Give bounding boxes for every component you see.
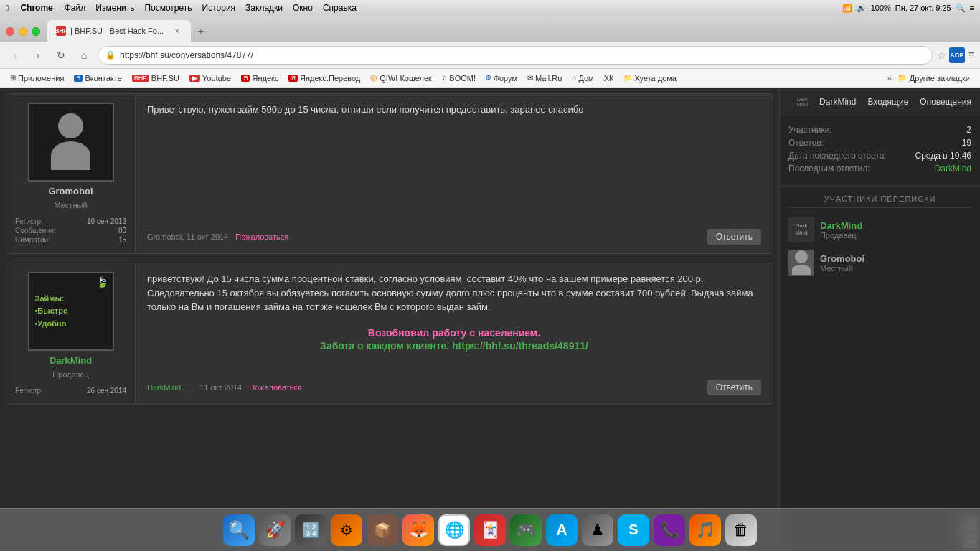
sidebar-nav-inbox[interactable]: Входящие (867, 97, 908, 107)
bookmark-apps[interactable]: ⊞ Приложения (6, 72, 68, 84)
post-2-report-link[interactable]: Пожаловаться (249, 383, 302, 392)
close-window-button[interactable] (6, 27, 14, 36)
toolbar-right: ☆ ABP ≡ (937, 47, 974, 63)
post-2-stats: Регистр: 26 сен 2014 (15, 386, 126, 395)
post-2-author[interactable]: DarkMind (147, 383, 181, 392)
dock-finder[interactable]: 🔍 (223, 514, 255, 546)
bookmark-star-icon[interactable]: ☆ (937, 50, 946, 61)
vk-icon: В (74, 75, 83, 82)
bookmark-hueta[interactable]: 📁 Хуета дома (619, 72, 681, 84)
mail-icon: ✉ (527, 74, 533, 82)
bookmark-qiwi[interactable]: ◎ QIWI Кошелек (366, 72, 436, 84)
adblock-extension[interactable]: ABP (949, 47, 965, 63)
mac-status-bar: 📶 🔊 100% Пн, 27 окт. 9:25 🔍 ≡ (842, 4, 974, 13)
bookmark-mailru[interactable]: ✉ Mail.Ru (523, 72, 566, 84)
post-2-username[interactable]: DarkMind (50, 355, 92, 366)
chrome-menu-button[interactable]: ≡ (968, 49, 974, 62)
fullscreen-window-button[interactable] (32, 27, 40, 36)
wifi-icon: 📶 (842, 4, 852, 13)
menu-window[interactable]: Окно (293, 3, 313, 13)
bookmark-boom[interactable]: ♫ BOOM! (438, 72, 480, 84)
bookmark-translate[interactable]: Я Яндекс.Перевод (284, 72, 364, 84)
dock-skype[interactable]: S (618, 514, 649, 546)
bookmark-yandex[interactable]: Я Яндекс (237, 72, 283, 84)
dock-appstore[interactable]: A (546, 514, 578, 546)
post-1-user-sidebar: Gromoboi Местный Регистр: 10 сен 2013 Со… (6, 94, 136, 253)
new-tab-button[interactable]: + (191, 22, 211, 42)
menu-bar-items: Файл Изменить Посмотреть История Закладк… (65, 3, 357, 13)
bookmark-youtube[interactable]: ▶ Youtube (185, 72, 235, 84)
dock-chrome[interactable]: 🌐 (438, 514, 470, 546)
forward-button[interactable]: › (29, 46, 47, 65)
dock-trash[interactable]: 🗑 (725, 514, 757, 546)
more-bookmarks[interactable]: » (887, 74, 892, 83)
list-icon[interactable]: ≡ (970, 4, 974, 12)
dock-crossover[interactable]: ⚙ (331, 514, 362, 546)
menu-edit[interactable]: Изменить (95, 3, 134, 13)
chrome-window: BHF | BHF.SU - Best Hack Fo... × + ‹ › ↻… (0, 16, 980, 551)
menu-file[interactable]: Файл (65, 3, 86, 13)
darkmind-name[interactable]: DarkMind (820, 220, 862, 231)
post-1-text: Приветствую, нужен займ 500р до 15 числа… (147, 103, 761, 117)
post-1-username[interactable]: Gromoboi (48, 186, 93, 197)
search-icon[interactable]: 🔍 (956, 4, 966, 13)
dock-calculator[interactable]: 🔢 (295, 514, 326, 546)
ssl-lock-icon: 🔒 (105, 50, 116, 60)
bookmark-hk[interactable]: ХК (600, 72, 618, 84)
bookmark-forum[interactable]: Ф Форум (481, 72, 522, 84)
post-1-report-link[interactable]: Пожаловаться (235, 232, 288, 241)
mac-menubar:  Chrome Файл Изменить Посмотреть Истори… (0, 0, 980, 16)
minimize-window-button[interactable] (19, 27, 27, 36)
poker-icon: 🃏 (481, 521, 500, 540)
app-name[interactable]: Chrome (20, 3, 52, 13)
bookmarks-bar: ⊞ Приложения В Вконтакте BHF BHF.SU ▶ Yo… (0, 69, 980, 88)
sidebar-nav-darkmind[interactable]: DarkMind (819, 97, 856, 107)
darkmind-info: DarkMind Продавец (820, 220, 862, 240)
post-1-avatar (28, 103, 114, 182)
dock-firefox[interactable]: 🦊 (402, 514, 434, 546)
menu-history[interactable]: История (202, 3, 236, 13)
mac-dock: 🔍 🚀 🔢 ⚙ 📦 🦊 🌐 🃏 🎮 A ♟ S 📞 🎵 🗑 (0, 508, 980, 551)
volume-icon: 🔊 (857, 4, 867, 13)
post-2-rank: Продавец (52, 370, 89, 379)
active-tab[interactable]: BHF | BHF.SU - Best Hack Fo... × (47, 20, 191, 42)
bookmark-vkontakte[interactable]: В Вконтакте (70, 72, 126, 84)
menu-help[interactable]: Справка (323, 3, 357, 13)
forum-main: Gromoboi Местный Регистр: 10 сен 2013 Со… (0, 88, 779, 551)
tab-close-button[interactable]: × (172, 26, 182, 36)
finder-icon: 🔍 (228, 520, 250, 540)
post-1-reply-button[interactable]: Ответить (707, 229, 761, 245)
dock-archiver[interactable]: 📦 (367, 514, 398, 546)
dock-viber[interactable]: 📞 (654, 514, 685, 546)
sidebar-nav-notifications[interactable]: Оповещения (920, 97, 971, 107)
bookmark-home[interactable]: ⌂ Дом (567, 72, 598, 84)
home-button[interactable]: ⌂ (75, 46, 93, 65)
apple-menu[interactable]:  (6, 3, 9, 13)
post-2-text: приветствую! До 15 числа сумма процентно… (147, 272, 761, 314)
dock-launchpad[interactable]: 🚀 (259, 514, 291, 546)
dock-chess[interactable]: ♟ (582, 514, 613, 546)
post-1-meta: Gromoboi, 11 окт 2014 Пожаловаться (147, 232, 288, 241)
back-button[interactable]: ‹ (6, 46, 24, 65)
post-2-link[interactable]: https://bhf.su/threads/48911/ (452, 340, 588, 352)
folder-icon: 📁 (623, 74, 632, 82)
info-last-date: Дата последнего ответа: Среда в 10:46 (788, 151, 971, 161)
menu-view[interactable]: Посмотреть (144, 3, 192, 13)
menu-bookmarks[interactable]: Закладки (245, 3, 283, 13)
gromoboi-info: Gromoboi Местный (820, 253, 864, 273)
info-participants: Участники: 2 (788, 125, 971, 135)
darkmind-role: Продавец (820, 231, 862, 240)
participant-darkmind: DarkMind DarkMind Продавец (788, 217, 971, 242)
qiwi-icon: ◎ (370, 73, 377, 83)
post-2-reply-button[interactable]: Ответить (707, 380, 761, 395)
participants-section: УЧАСТНИКИ ПЕРЕПИСКИ DarkMind DarkMind Пр… (780, 186, 980, 291)
dock-game[interactable]: 🎮 (510, 514, 542, 546)
dock-poker[interactable]: 🃏 (474, 514, 506, 546)
gromoboi-avatar-body (792, 265, 811, 275)
other-bookmarks-folder[interactable]: 📁 Другие закладки (893, 72, 974, 84)
address-bar[interactable]: 🔒 https://bhf.su/conversations/47877/ (98, 46, 933, 65)
refresh-button[interactable]: ↻ (52, 46, 70, 65)
gromoboi-name[interactable]: Gromoboi (820, 253, 864, 264)
dock-notes[interactable]: 🎵 (689, 514, 721, 546)
bookmark-bhf[interactable]: BHF BHF.SU (128, 72, 184, 84)
